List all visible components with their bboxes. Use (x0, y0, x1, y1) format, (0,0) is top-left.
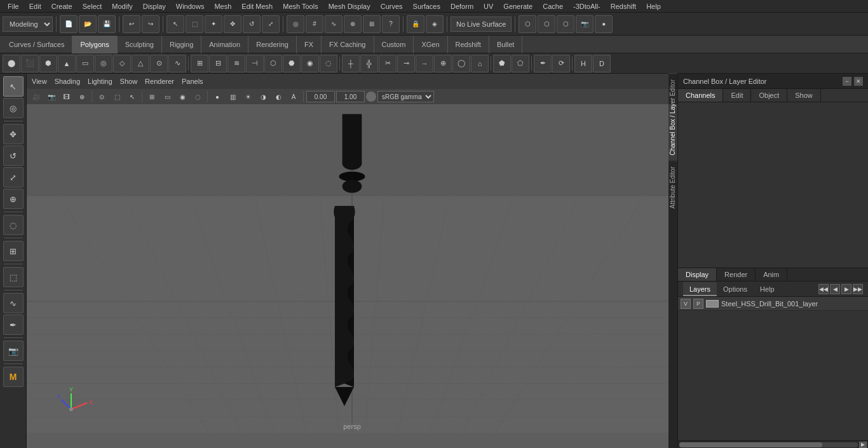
separate-btn[interactable]: ⊟ (209, 55, 227, 72)
tab-fx-caching[interactable]: FX Caching (322, 36, 374, 53)
vp-ao-btn[interactable]: ◐ (271, 90, 285, 103)
scale-btn[interactable]: ⤢ (3, 167, 24, 187)
menu-mesh[interactable]: Mesh (209, 0, 236, 13)
tab-redshift[interactable]: Redshift (448, 36, 489, 53)
soft-select-btn[interactable]: ◎ (287, 15, 304, 33)
menu-windows[interactable]: Windows (171, 0, 210, 13)
reduce-btn[interactable]: ◌ (320, 55, 337, 72)
tab-show[interactable]: Show (787, 89, 821, 102)
vp-shading-btn[interactable]: ● (210, 90, 224, 103)
snap-live-btn[interactable]: ? (382, 15, 400, 33)
connect-btn[interactable]: ⊸ (397, 55, 415, 72)
vp-cam3-btn[interactable]: 🎞 (60, 90, 74, 103)
undo-btn[interactable]: ↩ (123, 15, 140, 33)
tab-fx[interactable]: FX (297, 36, 322, 53)
viewport-menu-panels[interactable]: Panels (182, 78, 203, 85)
select-mode-btn[interactable]: ↖ (3, 76, 24, 97)
offset-edge-btn[interactable]: ╬ (360, 55, 378, 72)
menu-display[interactable]: Display (138, 0, 171, 13)
menu-file[interactable]: File (3, 0, 24, 13)
render-settings-btn[interactable]: ⬡ (557, 15, 574, 33)
sculpt-tool-btn[interactable]: ✒ (3, 315, 24, 335)
target-weld-btn[interactable]: ⊕ (434, 55, 452, 72)
menu-select[interactable]: Select (78, 0, 107, 13)
lasso-btn[interactable]: ⬚ (186, 15, 203, 33)
vp-isolate-btn[interactable]: ⊙ (95, 90, 109, 103)
show-history-btn[interactable]: H (574, 55, 592, 72)
menu-curves[interactable]: Curves (376, 0, 408, 13)
tab-curves-surfaces[interactable]: Curves / Surfaces (1, 36, 72, 53)
panel-close-btn[interactable]: ✕ (854, 77, 863, 86)
tab-edit[interactable]: Edit (723, 89, 751, 102)
lasso-select-btn[interactable]: ⬚ (3, 267, 24, 287)
pipe-btn[interactable]: ⊙ (150, 55, 168, 72)
vp-tex-btn[interactable]: ▥ (226, 90, 240, 103)
insert-edge-btn[interactable]: ┼ (342, 55, 360, 72)
layer-row[interactable]: V P Steel_HSS_Drill_Bit_001_layer (678, 297, 868, 311)
select-tool-btn[interactable]: ↖ (166, 15, 184, 33)
smooth-btn[interactable]: ≋ (227, 55, 245, 72)
open-scene-btn[interactable]: 📂 (79, 15, 97, 33)
show-manip-btn[interactable]: ⊞ (3, 241, 24, 261)
render-seq-btn[interactable]: ⬡ (538, 15, 555, 33)
tab-rigging[interactable]: Rigging (162, 36, 201, 53)
viewport-menu-renderer[interactable]: Renderer (145, 78, 174, 85)
soft-modify-btn[interactable]: ◌ (3, 215, 24, 235)
menu-mesh-tools[interactable]: Mesh Tools (278, 0, 323, 13)
menu-redshift[interactable]: Redshift (606, 0, 641, 13)
save-scene-btn[interactable]: 💾 (98, 15, 116, 33)
snap-curve-btn[interactable]: ∿ (325, 15, 342, 33)
menu-edit[interactable]: Edit (24, 0, 46, 13)
vp-light-btn[interactable]: ☀ (241, 90, 255, 103)
viewport-menu-lighting[interactable]: Lighting (88, 78, 112, 85)
multi-cut-btn[interactable]: ✂ (379, 55, 397, 72)
menu-cache[interactable]: Cache (538, 0, 568, 13)
nav-arrow-first[interactable]: ◀◀ (818, 284, 829, 294)
panel-collapse-btn[interactable]: − (843, 77, 851, 86)
menu-deform[interactable]: Deform (445, 0, 478, 13)
move-tool-btn[interactable]: ✥ (224, 15, 241, 33)
circularize-btn[interactable]: ◯ (452, 55, 470, 72)
tab-render[interactable]: Render (717, 268, 756, 281)
menu-uv[interactable]: UV (478, 0, 498, 13)
move-btn[interactable]: ✥ (3, 124, 24, 144)
curve-tool-btn[interactable]: ∿ (3, 293, 24, 313)
vp-xray-btn[interactable]: ◌ (191, 90, 205, 103)
cube-btn[interactable]: ⬛ (21, 55, 39, 72)
menu-surfaces[interactable]: Surfaces (408, 0, 445, 13)
snap-view-btn[interactable]: ⊞ (363, 15, 381, 33)
scene-canvas[interactable]: X Y Z persp (27, 104, 677, 433)
sphere-btn[interactable]: ⬤ (3, 55, 20, 72)
menu-modify[interactable]: Modify (107, 0, 137, 13)
tab-display[interactable]: Display (678, 268, 717, 281)
tab-rendering[interactable]: Rendering (248, 36, 297, 53)
snap-grid-btn[interactable]: # (306, 15, 323, 33)
helix-btn[interactable]: ∿ (168, 55, 186, 72)
hypershade-btn[interactable]: ● (595, 15, 613, 33)
vp-smooth-btn[interactable]: ◉ (175, 90, 189, 103)
viewport-menu-show[interactable]: Show (120, 78, 138, 85)
render-cam-btn[interactable]: 📷 (576, 15, 593, 33)
options-tab[interactable]: Options (717, 282, 754, 296)
help-tab[interactable]: Help (754, 282, 781, 296)
tab-channels[interactable]: Channels (678, 89, 723, 102)
new-scene-btn[interactable]: 📄 (60, 15, 78, 33)
scale-input[interactable] (336, 91, 365, 102)
tab-anim[interactable]: Anim (756, 268, 787, 281)
vp-wireframe-btn[interactable]: ▭ (160, 90, 174, 103)
tab-sculpting[interactable]: Sculpting (118, 36, 162, 53)
rotate-tool-btn[interactable]: ↺ (243, 15, 261, 33)
tab-custom[interactable]: Custom (374, 36, 414, 53)
layer-visibility-btn[interactable]: V (681, 299, 691, 309)
no-live-surface-btn[interactable]: No Live Surface (451, 17, 512, 32)
prism-btn[interactable]: ◇ (113, 55, 131, 72)
rotate-btn[interactable]: ↺ (3, 146, 24, 166)
nav-arrow-last[interactable]: ▶▶ (853, 284, 863, 294)
rotation-input[interactable] (306, 91, 335, 102)
tab-polygons[interactable]: Polygons (72, 36, 117, 53)
render-btn[interactable]: ⬡ (519, 15, 536, 33)
nav-arrow-next[interactable]: ▶ (841, 284, 851, 294)
create-poly-btn[interactable]: ⬠ (512, 55, 529, 72)
color-space-select[interactable]: sRGB gamma (377, 91, 434, 102)
vp-select-btn[interactable]: ↖ (125, 90, 139, 103)
